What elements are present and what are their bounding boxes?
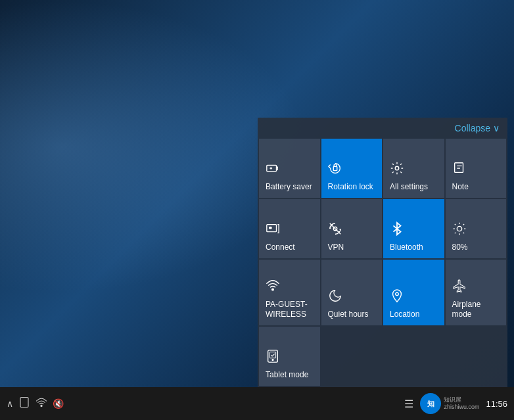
wifi-label: PA-GUEST-WIRELESS	[266, 300, 308, 320]
quick-action-tiles: Battery saver Rotation lock All sett	[258, 137, 507, 387]
taskbar-chevron[interactable]: ∧	[7, 398, 13, 409]
svg-point-12	[272, 360, 273, 361]
vpn-tile[interactable]: VPN	[321, 199, 383, 258]
collapse-button[interactable]: Collapse ∨	[258, 118, 507, 137]
bluetooth-tile[interactable]: Bluetooth	[383, 199, 444, 258]
quiet-hours-icon	[328, 289, 342, 306]
battery-saver-icon	[266, 161, 280, 178]
quiet-hours-tile[interactable]: Quiet hours	[321, 260, 383, 325]
svg-rect-1	[333, 167, 337, 171]
watermark-text: 知识屋zhishiwu.com	[444, 396, 479, 411]
empty-cell-1	[321, 327, 383, 386]
svg-rect-3	[454, 163, 463, 173]
taskbar-volume-icon[interactable]: 🔇	[53, 398, 64, 409]
brightness-tile[interactable]: 80%	[446, 199, 507, 258]
airplane-mode-label: Airplane mode	[452, 300, 500, 320]
brightness-icon	[452, 222, 467, 239]
airplane-mode-tile[interactable]: Airplane mode	[446, 260, 507, 325]
chevron-down-icon: ∨	[493, 123, 500, 133]
svg-point-8	[457, 227, 461, 231]
tablet-mode-tile[interactable]: Tablet mode	[259, 327, 320, 386]
bluetooth-label: Bluetooth	[390, 243, 423, 253]
svg-point-2	[395, 167, 399, 171]
location-icon	[390, 289, 404, 306]
location-label: Location	[390, 310, 419, 320]
vpn-label: VPN	[328, 243, 344, 253]
all-settings-tile[interactable]: All settings	[383, 139, 444, 198]
svg-rect-14	[20, 398, 28, 408]
empty-cell-2	[383, 327, 444, 386]
bluetooth-icon	[390, 222, 404, 239]
watermark-badge: 知 知识屋zhishiwu.com	[420, 393, 479, 414]
tablet-mode-icon	[266, 349, 280, 366]
empty-cell-3	[446, 327, 507, 386]
tablet-mode-label: Tablet mode	[266, 370, 308, 381]
battery-saver-label: Battery saver	[266, 182, 312, 193]
svg-rect-5	[269, 227, 272, 229]
svg-point-15	[41, 405, 42, 406]
all-settings-label: All settings	[390, 182, 428, 193]
taskbar-right: ☰ 知 知识屋zhishiwu.com 11:56	[404, 393, 507, 414]
wifi-tile[interactable]: PA-GUEST-WIRELESS	[259, 260, 320, 325]
note-tile[interactable]: Note	[446, 139, 507, 198]
watermark-logo: 知	[420, 393, 441, 414]
taskbar-tablet-icon[interactable]	[18, 396, 30, 411]
vpn-icon	[328, 222, 342, 239]
taskbar-time: 11:56	[486, 399, 507, 409]
all-settings-icon	[390, 161, 404, 178]
svg-point-10	[396, 292, 399, 296]
taskbar-left: ∧ 🔇	[7, 396, 64, 411]
action-center-panel: Collapse ∨ Battery saver	[258, 118, 507, 387]
connect-tile[interactable]: Connect	[259, 199, 320, 258]
connect-icon	[266, 222, 280, 239]
svg-line-7	[329, 223, 340, 235]
connect-label: Connect	[266, 243, 295, 253]
taskbar: ∧ 🔇 ☰ 知 知识屋zhishiwu.com 11:56	[0, 387, 514, 420]
note-label: Note	[452, 182, 469, 193]
rotation-lock-tile[interactable]: Rotation lock	[321, 139, 383, 198]
taskbar-wifi-icon[interactable]	[35, 397, 47, 411]
note-icon	[452, 161, 467, 178]
taskbar-notification-icon[interactable]: ☰	[404, 398, 413, 410]
wifi-icon	[266, 279, 280, 296]
collapse-label: Collapse	[455, 123, 490, 133]
svg-rect-13	[269, 352, 275, 358]
svg-point-9	[272, 289, 274, 291]
quiet-hours-label: Quiet hours	[328, 310, 369, 320]
brightness-label: 80%	[452, 243, 468, 253]
airplane-mode-icon	[452, 279, 467, 296]
battery-saver-tile[interactable]: Battery saver	[259, 139, 320, 198]
rotation-lock-icon	[328, 161, 342, 178]
rotation-lock-label: Rotation lock	[328, 182, 373, 193]
location-tile[interactable]: Location	[383, 260, 444, 325]
